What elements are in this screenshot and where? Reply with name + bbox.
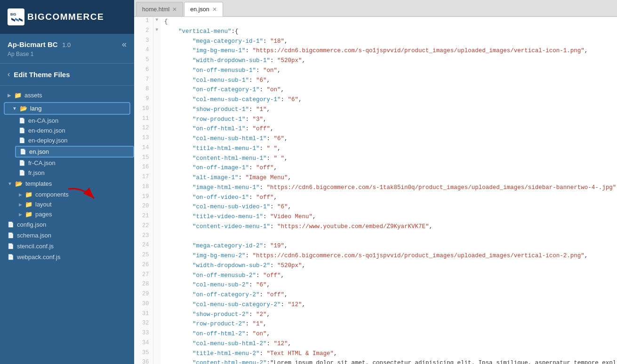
line-content[interactable]: "mega-category-id-1": "18",: [160, 37, 617, 47]
logo-area: BIG BIGCOMMERCE: [8, 8, 104, 25]
line-content[interactable]: {: [160, 17, 617, 27]
line-number: 18: [134, 183, 153, 193]
sidebar-item-fr-ca-json[interactable]: 📄 fr-CA.json: [15, 158, 134, 168]
folder-label: pages: [35, 211, 52, 218]
table-row: 15 "content-html-menu-1": " ",: [134, 154, 617, 164]
line-number: 19: [134, 193, 153, 203]
table-row: 16 "on-off-image-1": "off",: [134, 163, 617, 173]
line-content[interactable]: "title-html-menu-2": "Text HTML & Image"…: [160, 349, 617, 359]
line-indicator: [153, 173, 160, 183]
main-editor: home.html ✕ en.json ✕ 1▼{2▼ "vertical-me…: [134, 0, 617, 364]
line-content[interactable]: "show-product-1": "1",: [160, 105, 617, 115]
line-content[interactable]: "on-off-image-1": "off",: [160, 163, 617, 173]
tab-home-html-close[interactable]: ✕: [172, 6, 177, 13]
store-name-area: Ap-Bicmart BC 1.0: [8, 40, 71, 49]
line-content[interactable]: "vertical-menu":{: [160, 27, 617, 37]
line-indicator: [153, 329, 160, 339]
line-content[interactable]: "on-off-category-2": "off",: [160, 290, 617, 300]
sidebar-item-en-demo-json[interactable]: 📄 en-demo.json: [15, 126, 134, 135]
line-number: 4: [134, 46, 153, 56]
line-number: 7: [134, 76, 153, 86]
file-label: fr-CA.json: [28, 159, 56, 166]
line-content[interactable]: "width-dropdown-sub-2": "520px",: [160, 261, 617, 271]
sidebar-item-assets[interactable]: ▶ 📁 assets: [0, 89, 134, 101]
line-content[interactable]: "col-menu-sub-video-1": "6",: [160, 202, 617, 212]
edit-theme-label: Edit Theme Files: [14, 71, 70, 79]
chevron-right-icon: ▶: [19, 212, 22, 217]
line-content[interactable]: "title-video-menu-1": "Video Menu",: [160, 212, 617, 222]
line-content[interactable]: "show-product-2": "2",: [160, 310, 617, 320]
line-number: 32: [134, 319, 153, 329]
logo-text: BIGCOMMERCE: [27, 12, 104, 22]
line-content[interactable]: "img-bg-menu-1": "https://cdn6.bigcommer…: [160, 46, 617, 56]
line-content[interactable]: "on-off-menusub-1": "on",: [160, 66, 617, 76]
line-indicator: [153, 358, 160, 364]
tab-en-json[interactable]: en.json ✕: [184, 2, 223, 16]
line-content[interactable]: "title-html-menu-1": " ",: [160, 144, 617, 154]
table-row: 29 "on-off-category-2": "off",: [134, 290, 617, 300]
sidebar-header: BIG BIGCOMMERCE: [0, 0, 134, 34]
file-label: en-deploy.json: [28, 137, 68, 144]
line-content[interactable]: "col-menu-sub-1": "6",: [160, 76, 617, 86]
sidebar-item-en-deploy-json[interactable]: 📄 en-deploy.json: [15, 135, 134, 145]
line-content[interactable]: "on-off-menusub-2": "off",: [160, 271, 617, 281]
file-label: stencil.conf.js: [17, 243, 54, 250]
file-label: en-demo.json: [28, 127, 65, 134]
line-content[interactable]: "col-menu-sub-category-1": "6",: [160, 95, 617, 105]
line-number: 30: [134, 300, 153, 310]
line-content[interactable]: "col-menu-sub-2": "6",: [160, 280, 617, 290]
line-indicator: [153, 251, 160, 261]
file-icon: 📄: [8, 222, 14, 228]
templates-children: ▶ 📁 components ▶ 📁 layout ▶ 📁 pages: [0, 190, 134, 219]
line-indicator: [153, 124, 160, 134]
line-number: 27: [134, 271, 153, 281]
line-content[interactable]: "col-menu-sub-category-2": "12",: [160, 300, 617, 310]
edit-theme-button[interactable]: ‹ Edit Theme Files: [8, 70, 127, 79]
sidebar-item-en-ca-json[interactable]: 📄 en-CA.json: [15, 116, 134, 126]
sidebar-item-fr-json[interactable]: 📄 fr.json: [15, 168, 134, 178]
line-content[interactable]: "width-dropdown-sub-1": "520px",: [160, 56, 617, 66]
line-content[interactable]: "content-html-menu-2":"Lorem ipsum dolor…: [160, 358, 617, 364]
sidebar-item-stencil-conf-js[interactable]: 📄 stencil.conf.js: [0, 241, 134, 252]
line-content[interactable]: "row-product-1": "3",: [160, 115, 617, 125]
table-row: 12 "on-off-html-1": "off",: [134, 124, 617, 134]
sidebar-item-config-json[interactable]: 📄 config.json: [0, 219, 134, 230]
table-row: 6 "on-off-menusub-1": "on",: [134, 66, 617, 76]
table-row: 19 "on-off-video-1": "off",: [134, 193, 617, 203]
line-content[interactable]: "on-off-category-1": "on",: [160, 85, 617, 95]
line-content[interactable]: "on-off-html-1": "off",: [160, 124, 617, 134]
tab-home-html[interactable]: home.html ✕: [136, 2, 183, 16]
line-content[interactable]: "alt-image-1": "Image Menu",: [160, 173, 617, 183]
line-content[interactable]: "content-html-menu-1": " ",: [160, 154, 617, 164]
sidebar-item-components[interactable]: ▶ 📁 components: [15, 190, 134, 199]
tab-en-json-close[interactable]: ✕: [212, 6, 217, 13]
sidebar-item-templates[interactable]: ▼ 📂 templates: [0, 178, 134, 190]
line-content[interactable]: "on-off-video-1": "off",: [160, 193, 617, 203]
folder-icon: 📁: [25, 201, 32, 208]
sidebar-item-webpack-conf-js[interactable]: 📄 webpack.conf.js: [0, 252, 134, 262]
line-number: 28: [134, 280, 153, 290]
line-indicator: [153, 37, 160, 47]
tab-en-json-label: en.json: [190, 6, 209, 13]
line-content[interactable]: "img-bg-menu-2": "https://cdn6.bigcommer…: [160, 251, 617, 261]
folder-icon: 📁: [25, 211, 32, 218]
line-content[interactable]: "col-menu-sub-html-1": "6",: [160, 134, 617, 144]
sidebar-item-pages[interactable]: ▶ 📁 pages: [15, 209, 134, 219]
line-content[interactable]: "image-html-menu-1": "https://cdn6.bigco…: [160, 183, 617, 193]
line-indicator: [153, 134, 160, 144]
line-indicator: [153, 202, 160, 212]
sidebar-item-lang[interactable]: ▼ 📂 lang: [4, 102, 130, 115]
line-content[interactable]: "on-off-html-2": "on",: [160, 329, 617, 339]
line-content[interactable]: "mega-category-id-2": "19",: [160, 241, 617, 251]
line-content[interactable]: "content-video-menu-1": "https://www.you…: [160, 222, 617, 232]
line-content[interactable]: "col-menu-sub-html-2": "12",: [160, 339, 617, 349]
sidebar-item-schema-json[interactable]: 📄 schema.json: [0, 230, 134, 241]
sidebar-item-layout[interactable]: ▶ 📁 layout: [15, 199, 134, 209]
collapse-button[interactable]: «: [122, 40, 127, 49]
line-content[interactable]: "row-product-2": "1",: [160, 319, 617, 329]
code-editor[interactable]: 1▼{2▼ "vertical-menu":{3 "mega-category-…: [134, 17, 617, 364]
sidebar-item-en-json[interactable]: 📄 en.json: [15, 146, 134, 158]
edit-theme-section: ‹ Edit Theme Files: [0, 63, 134, 86]
line-indicator: [153, 212, 160, 222]
line-content[interactable]: [160, 232, 617, 242]
